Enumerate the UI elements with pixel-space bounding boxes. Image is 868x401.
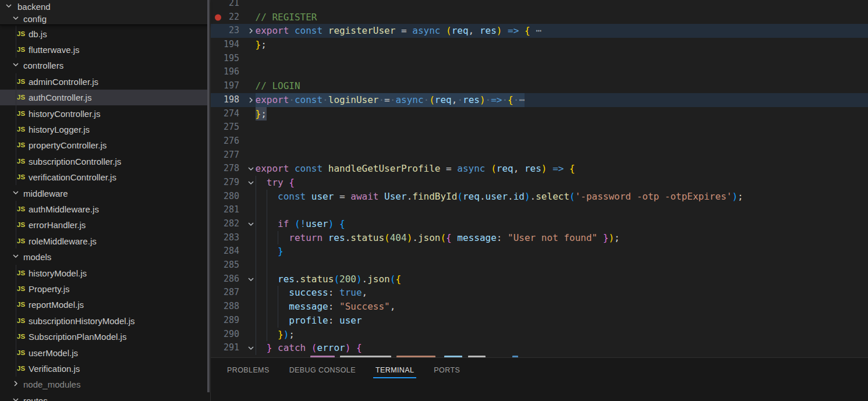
file-label: errorHandler.js <box>29 220 86 230</box>
token: return <box>289 232 323 243</box>
token: : <box>328 315 339 326</box>
file-item-usermodel-js[interactable]: JSuserModel.js <box>0 345 210 360</box>
token: res <box>328 232 345 243</box>
js-file-icon: JS <box>17 205 25 212</box>
file-item-rolemiddleware-js[interactable]: JSroleMiddleware.js <box>0 233 210 249</box>
code-line-284[interactable]: 284 } <box>211 244 868 258</box>
code-line-278[interactable]: 278export const handleGetUserProfile = a… <box>211 162 868 176</box>
token: = <box>384 94 390 105</box>
token: const <box>295 94 323 105</box>
token: export <box>256 25 289 36</box>
chevron-down-icon <box>5 2 14 11</box>
token: . <box>362 274 368 285</box>
panel-tab-ports[interactable]: PORTS <box>433 363 461 379</box>
code-line-279[interactable]: 279 try { <box>211 176 868 190</box>
token: . <box>530 191 536 202</box>
token: ( <box>311 342 317 353</box>
code-line-274[interactable]: 274}; <box>211 107 868 121</box>
file-label: Verification.js <box>29 363 80 373</box>
token: { <box>569 163 575 174</box>
token <box>440 25 446 36</box>
file-item-admincontroller-js[interactable]: JSadminController.js <box>0 73 210 89</box>
token: res <box>525 163 541 174</box>
code-line-275[interactable]: 275 <box>211 120 868 134</box>
file-item-verificationcontroller-js[interactable]: JSverificationController.js <box>0 169 210 185</box>
folder-item-backend[interactable]: backend <box>0 0 210 12</box>
token: } <box>278 329 284 340</box>
code-line-283[interactable]: 283 return res.status(404).json({ messag… <box>211 231 868 245</box>
folder-item-controllers[interactable]: controllers <box>0 58 210 73</box>
code-line-291[interactable]: 291 } catch (error) { <box>211 341 868 355</box>
folder-label: middleware <box>23 188 68 198</box>
code-text: success: true, <box>256 286 368 300</box>
token <box>323 25 328 36</box>
file-item-property-js[interactable]: JSProperty.js <box>0 281 210 296</box>
folder-item-models[interactable]: models <box>0 249 210 264</box>
code-line-285[interactable]: 285 <box>211 258 868 272</box>
panel-tab-terminal[interactable]: TERMINAL <box>374 363 415 379</box>
code-lines: 2122// REGISTER23export const registerUs… <box>211 0 868 357</box>
code-text: export·const·loginUser·=·async·(req,·res… <box>256 93 525 107</box>
token: ) <box>497 25 502 36</box>
token: user <box>306 218 328 229</box>
token: req <box>497 163 513 174</box>
token: { <box>508 94 513 105</box>
code-line-286[interactable]: 286 res.status(200).json({ <box>211 272 868 286</box>
file-item-subscriptionhistorymodel-js[interactable]: JSsubscriptionHistoryModel.js <box>0 313 210 328</box>
code-line-277[interactable]: 277 <box>211 148 868 162</box>
file-item-subscriptioncontroller-js[interactable]: JSsubscriptionController.js <box>0 153 210 169</box>
file-item-historymodel-js[interactable]: JShistoryModel.js <box>0 265 210 281</box>
file-item-flutterwave-js[interactable]: JSflutterwave.js <box>0 41 210 57</box>
token <box>256 329 278 340</box>
token: · <box>323 94 328 105</box>
code-line-22[interactable]: 22// REGISTER <box>211 10 868 24</box>
code-line-289[interactable]: 289 profile: user <box>211 314 868 328</box>
code-editor[interactable]: 2122// REGISTER23export const registerUs… <box>211 0 868 357</box>
sidebar-scrollbar[interactable] <box>207 0 210 392</box>
token: message <box>289 301 328 312</box>
code-line-21[interactable]: 21 <box>211 0 868 10</box>
file-item-authmiddleware-js[interactable]: JSauthMiddleware.js <box>0 201 210 217</box>
code-line-197[interactable]: 197// LOGIN <box>211 79 868 93</box>
code-line-198[interactable]: 198export·const·loginUser·=·async·(req,·… <box>211 93 868 107</box>
token: · <box>513 94 519 105</box>
folder-item-node-modules[interactable]: node_modules <box>0 377 210 392</box>
folder-item-middleware[interactable]: middleware <box>0 185 210 201</box>
file-label: userModel.js <box>29 347 78 357</box>
chevron-down-icon <box>12 61 21 70</box>
indent-guide <box>16 121 16 137</box>
file-item-authcontroller-js[interactable]: JSauthController.js <box>0 90 210 105</box>
panel-tab-problems[interactable]: PROBLEMS <box>226 363 271 379</box>
code-line-280[interactable]: 280 const user = await User.findById(req… <box>211 190 868 204</box>
code-line-290[interactable]: 290 }); <box>211 328 868 342</box>
token: } <box>256 39 261 50</box>
folder-label: node_modules <box>23 379 80 389</box>
file-item-errorhandler-js[interactable]: JSerrorHandler.js <box>0 217 210 233</box>
folder-item-routes[interactable]: routes <box>0 392 210 401</box>
folder-item-config[interactable]: config <box>0 12 210 24</box>
code-line-281[interactable]: 281 <box>211 203 868 217</box>
file-item-reportmodel-js[interactable]: JSreportModel.js <box>0 297 210 313</box>
token: ( <box>569 191 575 202</box>
js-file-icon: JS <box>17 141 25 148</box>
file-item-db-js[interactable]: JSdb.js <box>0 26 210 41</box>
code-line-23[interactable]: 23export const registerUser = async (req… <box>211 24 868 38</box>
file-item-historylogger-js[interactable]: JShistoryLogger.js <box>0 121 210 137</box>
code-line-282[interactable]: 282 if (!user) { <box>211 217 868 231</box>
code-line-196[interactable]: 196 <box>211 65 868 79</box>
file-item-verification-js[interactable]: JSVerification.js <box>0 360 210 376</box>
code-line-195[interactable]: 195 <box>211 52 868 66</box>
token <box>334 218 339 229</box>
token: json <box>367 274 390 285</box>
file-item-subscriptionplanmodel-js[interactable]: JSSubscriptionPlanModel.js <box>0 328 210 344</box>
panel-tab-debug-console[interactable]: DEBUG CONSOLE <box>288 363 357 379</box>
file-item-historycontroller-js[interactable]: JShistoryController.js <box>0 105 210 121</box>
code-line-276[interactable]: 276 <box>211 134 868 148</box>
file-item-propertycontroller-js[interactable]: JSpropertyController.js <box>0 137 210 153</box>
token: await <box>350 191 378 202</box>
indent-guide <box>16 153 16 169</box>
code-line-194[interactable]: 194}; <box>211 38 868 52</box>
code-line-288[interactable]: 288 message: "Success", <box>211 300 868 314</box>
code-line-287[interactable]: 287 success: true, <box>211 286 868 300</box>
token <box>378 191 384 202</box>
